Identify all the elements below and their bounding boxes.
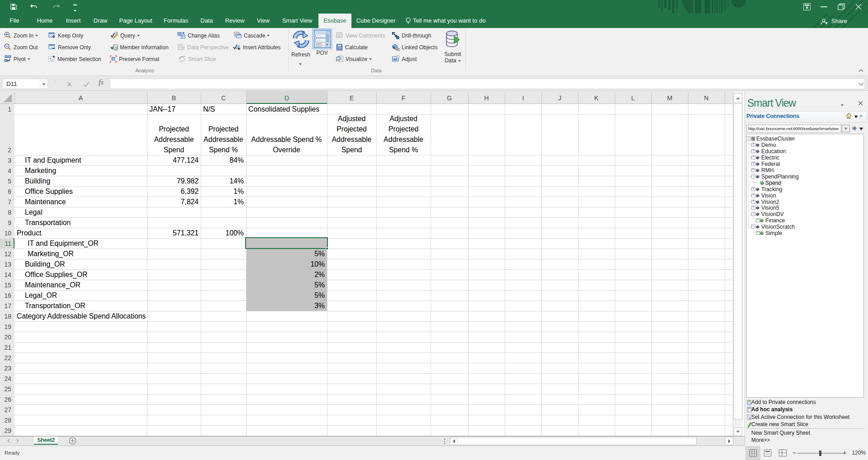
svg-text:88: 88 [393, 57, 397, 61]
